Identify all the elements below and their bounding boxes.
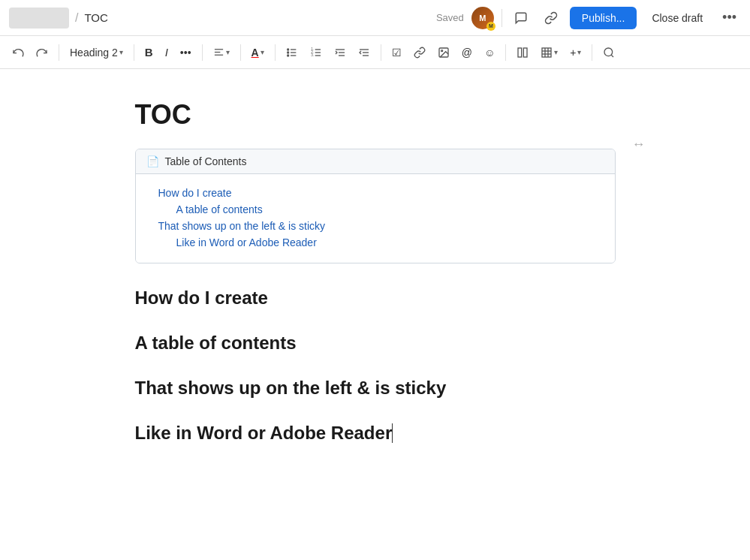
- saved-status: Saved: [436, 12, 464, 23]
- insert-label: +: [570, 47, 576, 59]
- increase-indent-button[interactable]: [354, 44, 375, 62]
- text-color-arrow-icon: ▾: [261, 48, 264, 56]
- heading-4[interactable]: Like in Word or Adobe Reader: [135, 423, 616, 444]
- toolbar-separator-3: [202, 44, 203, 61]
- toc-widget: 📄 Table of Contents How do I create A ta…: [135, 149, 616, 263]
- emoji-button[interactable]: ☺: [480, 44, 499, 62]
- svg-rect-24: [524, 48, 528, 57]
- redo-button[interactable]: [32, 44, 53, 62]
- image-button[interactable]: [433, 44, 454, 62]
- text-color-button[interactable]: A ▾: [247, 44, 269, 62]
- insert-button[interactable]: + ▾: [565, 44, 586, 62]
- toc-link-4[interactable]: Like in Word or Adobe Reader: [176, 236, 317, 248]
- toc-item: Like in Word or Adobe Reader: [158, 234, 600, 251]
- link-insert-button[interactable]: [409, 44, 430, 62]
- publish-button[interactable]: Publish...: [570, 7, 637, 29]
- toc-link-1[interactable]: How do I create: [158, 187, 232, 199]
- svg-point-30: [604, 48, 613, 56]
- text-color-label: A: [252, 47, 259, 59]
- svg-line-31: [611, 55, 613, 57]
- toc-item: A table of contents: [158, 201, 600, 218]
- numbered-list-button[interactable]: 1.2.3.: [306, 44, 327, 62]
- toc-link-3[interactable]: That shows up on the left & is sticky: [158, 220, 326, 232]
- more-format-button[interactable]: •••: [176, 44, 196, 62]
- table-arrow-icon: ▾: [554, 48, 558, 56]
- align-button[interactable]: ▾: [209, 44, 234, 61]
- decrease-indent-button[interactable]: [330, 44, 351, 62]
- checkbox-button[interactable]: ☑: [387, 44, 406, 62]
- toc-header-label: Table of Contents: [165, 155, 247, 167]
- toc-link-2[interactable]: A table of contents: [176, 203, 263, 215]
- style-selector[interactable]: Heading 2 ▾: [65, 44, 128, 62]
- heading-1[interactable]: How do I create: [135, 288, 616, 309]
- breadcrumb-separator: /: [75, 11, 78, 25]
- columns-button[interactable]: [512, 44, 533, 62]
- toolbar-separator-8: [592, 44, 592, 61]
- toc-body: How do I create A table of contents That…: [136, 174, 615, 263]
- style-arrow-icon: ▾: [119, 48, 123, 56]
- bold-button[interactable]: B: [140, 43, 158, 62]
- resize-handle[interactable]: ↔: [632, 137, 646, 152]
- toc-doc-icon: 📄: [146, 155, 159, 167]
- toc-item: That shows up on the left & is sticky: [158, 218, 600, 234]
- app-logo: [9, 8, 69, 29]
- align-arrow-icon: ▾: [226, 48, 230, 56]
- divider: [502, 9, 502, 27]
- text-cursor: [392, 423, 393, 443]
- toolbar-separator-1: [59, 44, 59, 61]
- svg-text:3.: 3.: [311, 53, 314, 57]
- svg-point-22: [441, 50, 442, 51]
- avatar-badge: M: [486, 22, 495, 31]
- more-options-button[interactable]: •••: [718, 7, 741, 29]
- heading-3[interactable]: That shows up on the left & is sticky: [135, 378, 616, 399]
- mention-button[interactable]: @: [457, 44, 477, 62]
- avatar-initials: M: [479, 14, 486, 23]
- editor-toolbar: Heading 2 ▾ B I ••• ▾ A ▾ 1.2.3. ☑ @ ☺ ▾: [0, 36, 750, 69]
- bullet-list-button[interactable]: [282, 44, 303, 62]
- style-label: Heading 2: [70, 47, 118, 59]
- comments-button[interactable]: [510, 8, 532, 28]
- toolbar-separator-7: [505, 44, 506, 61]
- avatar[interactable]: M M: [471, 7, 494, 29]
- svg-point-6: [287, 49, 288, 50]
- toc-header: 📄 Table of Contents: [136, 149, 615, 174]
- top-bar: / TOC Saved M M Publish... Close draft •…: [0, 0, 750, 36]
- toolbar-separator-5: [275, 44, 276, 61]
- top-bar-right: Saved M M Publish... Close draft •••: [436, 7, 741, 29]
- toolbar-separator-4: [240, 44, 241, 61]
- editor-area[interactable]: ↔ TOC 📄 Table of Contents How do I creat…: [135, 99, 616, 530]
- insert-arrow-icon: ▾: [577, 48, 581, 56]
- breadcrumb-title: TOC: [84, 11, 107, 24]
- link-button[interactable]: [540, 8, 562, 28]
- search-button[interactable]: [598, 44, 619, 62]
- svg-point-8: [287, 55, 288, 56]
- svg-rect-25: [542, 48, 551, 57]
- toolbar-separator-6: [381, 44, 381, 61]
- top-bar-left: / TOC: [9, 8, 436, 29]
- close-draft-button[interactable]: Close draft: [644, 7, 710, 29]
- svg-point-7: [287, 52, 288, 53]
- toc-item: How do I create: [158, 185, 600, 201]
- editor-content: ↔ TOC 📄 Table of Contents How do I creat…: [0, 69, 750, 560]
- toolbar-separator-2: [134, 44, 134, 61]
- document-title[interactable]: TOC: [135, 99, 616, 131]
- undo-button[interactable]: [8, 44, 29, 62]
- italic-button[interactable]: I: [161, 43, 173, 62]
- table-button[interactable]: ▾: [536, 44, 562, 62]
- svg-rect-23: [518, 48, 522, 57]
- heading-2[interactable]: A table of contents: [135, 333, 616, 354]
